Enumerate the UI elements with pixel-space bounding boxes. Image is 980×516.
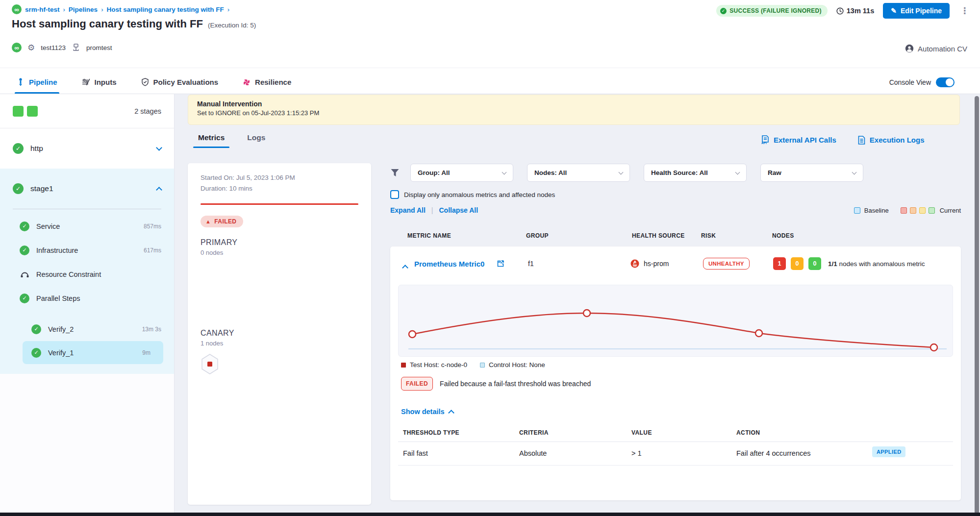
stage-stage1[interactable]: ✓ stage1 <box>0 169 174 209</box>
breadcrumb-pipelines[interactable]: Pipelines <box>69 6 98 13</box>
edit-pipeline-button[interactable]: ✎ Edit Pipeline <box>883 3 950 19</box>
data-mode-value: Raw <box>768 169 781 176</box>
breadcrumb-separator: › <box>63 6 65 13</box>
tab-inputs[interactable]: Inputs <box>80 71 119 94</box>
status-badge: ✓ SUCCESS (FAILURE IGNORED) <box>716 5 828 17</box>
header-divider <box>0 68 980 68</box>
step-service[interactable]: ✓ Service 857ms <box>0 214 174 238</box>
header: ∞ srm-hf-test › Pipelines › Host samplin… <box>0 0 980 94</box>
health-source-name[interactable]: promtest <box>86 44 112 51</box>
stage-http-label: http <box>30 144 43 153</box>
step-parallel-steps-label: Parallel Steps <box>36 295 80 302</box>
data-point <box>755 330 762 337</box>
step-duration: 617ms <box>144 247 161 254</box>
success-check-icon: ✓ <box>13 183 24 194</box>
svg-text:API: API <box>761 141 767 145</box>
collapse-metric-icon[interactable] <box>402 265 408 271</box>
services-row: ∞ ⚙ test1123 promtest <box>12 43 112 52</box>
filter-row: Group: All Nodes: All Health Source: All… <box>390 164 961 182</box>
external-api-calls-link[interactable]: API External API Calls <box>761 135 836 145</box>
success-check-icon: ✓ <box>20 221 29 231</box>
tab-resilience[interactable]: Resilience <box>241 71 293 94</box>
chevron-down-icon <box>619 170 624 174</box>
failure-message: Failed because a fail-fast threshold was… <box>440 380 591 388</box>
step-resource-constraint-label: Resource Constraint <box>36 270 101 278</box>
resource-constraint-icon <box>20 270 29 279</box>
nodes-filter-dropdown[interactable]: Nodes: All <box>527 164 630 182</box>
step-duration: 9m <box>142 349 151 356</box>
srm-module-icon: ∞ <box>12 43 22 52</box>
resilience-icon <box>243 78 251 86</box>
metrics-panel: Group: All Nodes: All Health Source: All… <box>390 164 961 500</box>
breadcrumb-project[interactable]: srm-hf-test <box>25 6 60 13</box>
monitored-service-name[interactable]: test1123 <box>41 44 66 51</box>
external-link-icon[interactable] <box>497 260 504 267</box>
show-details-row: Show details <box>401 408 961 416</box>
baseline-legend-label: Baseline <box>864 207 889 214</box>
unhealthy-node-count: 1 <box>773 257 786 270</box>
col-criteria: CRITERIA <box>519 429 549 436</box>
anomalous-nodes-text: 1/1 nodes with anomalous metric <box>828 260 925 268</box>
col-action: ACTION <box>736 429 760 436</box>
breadcrumb-pipeline-name[interactable]: Host sampling canary testing with FF <box>106 6 224 13</box>
page-title: Host sampling canary testing with FF <box>12 18 203 30</box>
tab-resilience-label: Resilience <box>255 78 291 86</box>
tab-metrics[interactable]: Metrics <box>193 131 229 148</box>
step-verify-2[interactable]: ✓ Verify_2 13m 3s <box>0 317 174 341</box>
verification-summary-card: Started On: Jul 5, 2023 1:06 PM Duration… <box>188 163 371 505</box>
step-infrastructure[interactable]: ✓ Infrastructure 617ms <box>0 238 174 262</box>
clock-icon <box>836 7 844 15</box>
threshold-criteria: Absolute <box>519 449 547 457</box>
verification-duration: Duration: 10 mins <box>201 183 358 195</box>
tab-metrics-label: Metrics <box>198 133 225 142</box>
col-value: VALUE <box>631 429 652 436</box>
execution-logs-link[interactable]: Execution Logs <box>858 135 925 145</box>
window-bottom-edge <box>0 513 980 516</box>
risk-badge: UNHEALTHY <box>703 258 750 270</box>
tab-inputs-label: Inputs <box>95 78 117 86</box>
step-resource-constraint[interactable]: Resource Constraint <box>0 262 174 286</box>
metric-chart[interactable] <box>398 285 953 357</box>
more-options-icon[interactable]: ⋮ <box>958 5 971 16</box>
stages-count: 2 stages <box>134 107 161 115</box>
filter-icon[interactable] <box>390 168 400 177</box>
test-host-legend: Test Host: c-node-0 <box>401 361 467 369</box>
stages-summary: 2 stages <box>0 94 174 128</box>
started-on: Started On: Jul 5, 2023 1:06 PM <box>201 173 358 183</box>
step-infrastructure-label: Infrastructure <box>36 246 78 254</box>
expand-all-link[interactable]: Expand All <box>390 206 426 214</box>
data-mode-dropdown[interactable]: Raw <box>760 164 863 182</box>
health-source-filter-dropdown[interactable]: Health Source: All <box>644 164 747 182</box>
show-details-link[interactable]: Show details <box>401 408 445 416</box>
collapse-all-link[interactable]: Collapse All <box>439 206 478 214</box>
control-host-swatch <box>480 363 485 368</box>
tab-policy-evaluations[interactable]: Policy Evaluations <box>139 71 221 94</box>
banner-subtitle: Set to IGNORE on 05-Jul-2023 1:15:23 PM <box>197 109 951 117</box>
current-legend-label: Current <box>940 207 961 214</box>
group-filter-dropdown[interactable]: Group: All <box>410 164 513 182</box>
col-threshold-type: THRESHOLD TYPE <box>403 429 459 436</box>
step-verify-1[interactable]: ✓ Verify_1 9m <box>23 341 163 364</box>
breadcrumb: ∞ srm-hf-test › Pipelines › Host samplin… <box>12 4 229 14</box>
canary-node-hexagon[interactable] <box>201 354 219 374</box>
vertical-scrollbar[interactable] <box>975 96 979 516</box>
current-yellow-swatch <box>919 207 926 214</box>
success-check-icon: ✓ <box>20 246 29 255</box>
step-parallel-steps[interactable]: ✓ Parallel Steps <box>0 286 174 310</box>
data-point <box>409 331 416 338</box>
tab-pipeline[interactable]: Pipeline <box>15 71 59 94</box>
data-point <box>930 344 937 351</box>
test-host-label: Test Host: c-node-0 <box>410 361 467 369</box>
anomalous-filter-row: Display only anomalous metrics and affec… <box>390 190 961 199</box>
metric-name-link[interactable]: Prometheus Metric0 <box>414 260 484 268</box>
anomalous-filter-checkbox[interactable] <box>390 190 399 199</box>
external-api-calls-label: External API Calls <box>774 136 836 144</box>
console-view-toggle[interactable] <box>936 77 955 87</box>
current-red-swatch <box>901 207 907 214</box>
stage-http[interactable]: ✓ http <box>0 128 174 169</box>
breadcrumb-separator: › <box>227 6 229 13</box>
tab-logs[interactable]: Logs <box>242 131 270 148</box>
group-filter-value: Group: All <box>418 169 450 176</box>
threshold-row: Fail fast Absolute > 1 Fail after 4 occu… <box>398 442 953 466</box>
control-host-legend: Control Host: None <box>480 361 545 369</box>
